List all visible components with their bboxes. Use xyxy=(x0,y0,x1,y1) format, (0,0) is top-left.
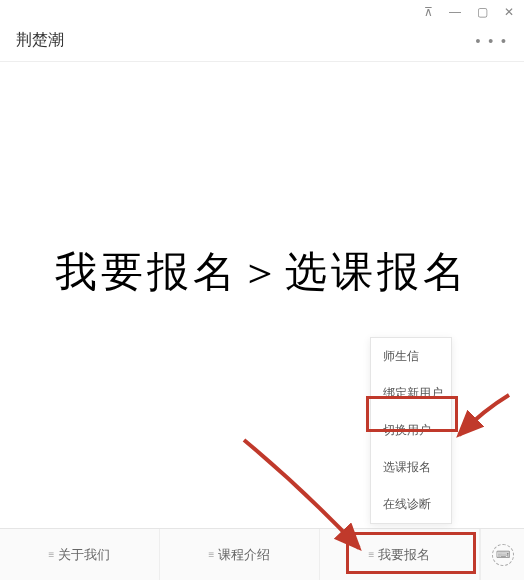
menu-bars-icon: ≡ xyxy=(49,549,55,560)
signup-popup-menu: 师生信 绑定新用户 切换用户 选课报名 在线诊断 xyxy=(370,337,452,524)
more-icon[interactable]: • • • xyxy=(476,33,508,49)
nav-label: 课程介绍 xyxy=(218,546,270,564)
nav-label: 我要报名 xyxy=(378,546,430,564)
menu-bars-icon: ≡ xyxy=(209,549,215,560)
popup-item-course-signup[interactable]: 选课报名 xyxy=(371,449,451,486)
keyboard-icon: ⌨ xyxy=(492,544,514,566)
keyboard-button[interactable]: ⌨ xyxy=(480,529,524,580)
popup-item-bind-user[interactable]: 绑定新用户 xyxy=(371,375,451,412)
page-title: 荆楚潮 xyxy=(16,30,64,51)
menu-bars-icon: ≡ xyxy=(369,549,375,560)
close-button[interactable]: ✕ xyxy=(504,5,514,19)
minimize-button[interactable]: — xyxy=(449,5,461,19)
nav-label: 关于我们 xyxy=(58,546,110,564)
bottom-nav: ≡ 关于我们 ≡ 课程介绍 ≡ 我要报名 ⌨ xyxy=(0,528,524,580)
popup-item-switch-user[interactable]: 切换用户 xyxy=(371,412,451,449)
nav-course-intro[interactable]: ≡ 课程介绍 xyxy=(160,529,320,580)
nav-about-us[interactable]: ≡ 关于我们 xyxy=(0,529,160,580)
window-titlebar: ⊼ — ▢ ✕ xyxy=(0,0,524,20)
app-header: 荆楚潮 • • • xyxy=(0,20,524,62)
popup-item-teacher-letter[interactable]: 师生信 xyxy=(371,338,451,375)
pin-icon[interactable]: ⊼ xyxy=(424,5,433,19)
popup-item-online-diagnosis[interactable]: 在线诊断 xyxy=(371,486,451,523)
handwriting-instruction: 我要报名＞选课报名 xyxy=(55,244,469,300)
nav-signup[interactable]: ≡ 我要报名 xyxy=(320,529,480,580)
maximize-button[interactable]: ▢ xyxy=(477,5,488,19)
